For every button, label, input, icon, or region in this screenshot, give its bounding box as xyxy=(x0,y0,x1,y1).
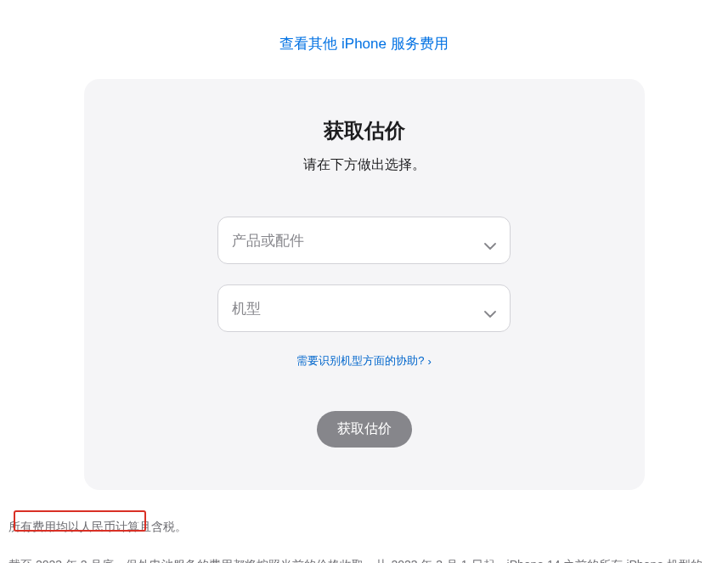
get-estimate-button[interactable]: 获取估价 xyxy=(317,411,412,448)
footer-price-increase-note: 截至 2023 年 2 月底，保外电池服务的费用都将按照当前的价格收取。从 20… xyxy=(8,554,714,563)
model-select[interactable]: 机型 xyxy=(217,284,511,332)
chevron-right-icon: › xyxy=(427,355,431,368)
top-link-container: 查看其他 iPhone 服务费用 xyxy=(0,0,728,79)
card-title: 获取估价 xyxy=(118,117,611,144)
card-subtitle: 请在下方做出选择。 xyxy=(118,156,611,174)
product-select[interactable]: 产品或配件 xyxy=(217,217,511,264)
identify-model-help-link[interactable]: 需要识别机型方面的协助? › xyxy=(296,353,432,369)
chevron-down-icon xyxy=(484,237,496,244)
chevron-down-icon xyxy=(484,305,496,312)
model-select-wrapper: 机型 xyxy=(217,284,511,332)
product-select-wrapper: 产品或配件 xyxy=(217,217,511,264)
submit-row: 获取估价 xyxy=(118,411,611,448)
model-select-placeholder: 机型 xyxy=(232,299,261,318)
footer-tax-note: 所有费用均以人民币计算且含税。 xyxy=(8,515,714,538)
view-other-services-link[interactable]: 查看其他 iPhone 服务费用 xyxy=(279,36,448,52)
estimate-card: 获取估价 请在下方做出选择。 产品或配件 机型 需要识别机型方面的协助? › 获… xyxy=(84,79,645,490)
help-link-label: 需要识别机型方面的协助? xyxy=(296,353,424,369)
product-select-placeholder: 产品或配件 xyxy=(232,231,304,251)
